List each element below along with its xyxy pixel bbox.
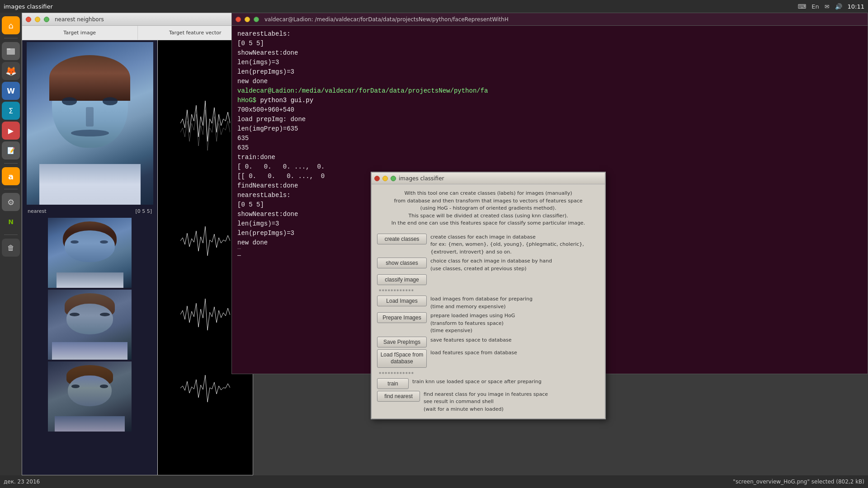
dialog-title: images classifier <box>399 175 444 182</box>
load-fspace-desc: load features space from database <box>430 349 599 357</box>
show-classes-desc: choice class for each image in database … <box>430 258 599 272</box>
dialog-titlebar: images classifier <box>372 173 605 184</box>
load-fspace-button[interactable]: Load fSpace fromdatabase <box>377 349 427 368</box>
launcher-calc-icon[interactable]: Σ <box>2 102 20 120</box>
feature-vector-small-3 <box>180 353 230 423</box>
train-row: train train knn use loaded space or spac… <box>377 378 599 389</box>
launcher-separator-2 <box>4 163 18 164</box>
load-fspace-row: Load fSpace fromdatabase load features s… <box>377 349 599 368</box>
classify-image-button[interactable]: classify image <box>377 274 427 285</box>
svg-rect-2 <box>180 42 230 202</box>
nearest-label-row: nearest [0 5 5] <box>24 206 156 216</box>
topbar: images classifier ⌨ En ✉ 🔊 10:11 <box>0 0 868 13</box>
nearest-face-2 <box>48 290 132 360</box>
launcher-firefox-icon[interactable]: 🦊 <box>2 62 20 80</box>
launcher-separator-4 <box>4 235 18 235</box>
launcher-amazon-icon[interactable]: a <box>2 167 20 185</box>
desktop: images classifier ⌨ En ✉ 🔊 10:11 ⌂ 🦊 W Σ… <box>0 0 868 488</box>
statusbar: дек. 23 2016 "screen_overview_HoG.png" s… <box>0 475 868 488</box>
statusbar-date: дек. 23 2016 <box>4 479 40 485</box>
load-images-row: Load Images load images from database fo… <box>377 296 599 310</box>
train-desc: train knn use loaded space or space afte… <box>412 378 599 386</box>
load-images-button[interactable]: Load Images <box>377 296 427 306</box>
dialog-description: With this tool one can create classes (l… <box>377 188 599 229</box>
train-button[interactable]: train <box>377 378 409 389</box>
launcher-texteditor-icon[interactable]: 📝 <box>2 141 20 160</box>
launcher-writer-icon[interactable]: W <box>2 82 20 100</box>
separator-2: ************ <box>377 370 599 378</box>
classifier-dialog: images classifier With this tool one can… <box>371 172 606 419</box>
launcher-files-icon[interactable] <box>2 42 20 60</box>
feature-vector-small-1 <box>180 206 230 276</box>
show-classes-button[interactable]: show classes <box>377 258 427 268</box>
prepare-images-row: Prepare Images prepare loaded images usi… <box>377 312 599 335</box>
dialog-maximize-button[interactable] <box>391 176 396 181</box>
dialog-close-button[interactable] <box>374 176 380 181</box>
close-button[interactable] <box>26 17 31 22</box>
classify-image-row: classify image <box>377 274 599 285</box>
nearest-face-1 <box>48 218 132 288</box>
prepare-images-button[interactable]: Prepare Images <box>377 312 427 323</box>
find-nearest-desc: find nearest class for you image in feat… <box>424 391 599 413</box>
terminal-title: valdecar@Ladion: /media/valdecar/forData… <box>264 16 509 23</box>
minimize-button[interactable] <box>35 17 40 22</box>
create-classes-button[interactable]: create classes <box>377 234 427 244</box>
terminal-titlebar: valdecar@Ladion: /media/valdecar/forData… <box>232 13 868 26</box>
launcher-settings-icon[interactable]: ⚙ <box>2 193 20 211</box>
create-classes-row: create classes create classes for each i… <box>377 234 599 256</box>
launcher: ⌂ 🦊 W Σ ▶ 📝 a ⚙ N 🗑 <box>0 13 22 488</box>
language-icon[interactable]: En <box>811 3 819 10</box>
show-classes-row: show classes choice class for each image… <box>377 258 599 272</box>
launcher-impress-icon[interactable]: ▶ <box>2 122 20 140</box>
clock: 10:11 <box>848 3 864 10</box>
nn-column-headers: Target image Target feature vector <box>22 26 253 40</box>
prepare-images-desc: prepare loaded images using HoG(transfor… <box>430 312 599 335</box>
load-images-desc: load images from database for preparing(… <box>430 296 599 310</box>
nn-window-titlebar: nearest neighbors <box>22 13 253 26</box>
save-prepimgs-desc: save features space to database <box>430 337 599 344</box>
sound-icon[interactable]: 🔊 <box>835 3 842 10</box>
dialog-minimize-button[interactable] <box>382 176 388 181</box>
label-value: [0 5 5] <box>133 207 154 215</box>
launcher-separator <box>4 38 18 38</box>
nn-content: Target image Target feature vector <box>22 26 253 475</box>
target-image-column: nearest [0 5 5] <box>22 40 158 475</box>
nearest-face-3 <box>48 361 132 432</box>
nearest-neighbors-window: nearest neighbors Target image Target fe… <box>22 13 253 475</box>
feature-vector-large <box>180 42 230 202</box>
target-face-image <box>27 42 153 205</box>
save-prepimgs-row: Save PrepImgs save features space to dat… <box>377 337 599 347</box>
save-prepimgs-button[interactable]: Save PrepImgs <box>377 337 427 347</box>
maximize-button[interactable] <box>44 17 49 22</box>
feature-vector-small-2 <box>180 280 230 350</box>
create-classes-desc: create classes for each image in databas… <box>430 234 599 256</box>
dialog-body: With this tool one can create classes (l… <box>372 184 605 418</box>
terminal-maximize-button[interactable] <box>254 17 259 22</box>
topbar-title: images classifier <box>4 3 53 10</box>
launcher-nvidia-icon[interactable]: N <box>2 213 20 231</box>
find-nearest-row: find nearest find nearest class for you … <box>377 391 599 413</box>
topbar-left: images classifier <box>4 3 53 10</box>
launcher-trash-icon[interactable]: 🗑 <box>2 239 20 257</box>
mail-icon[interactable]: ✉ <box>825 3 830 10</box>
svg-rect-1 <box>7 48 10 50</box>
terminal-minimize-button[interactable] <box>245 17 250 22</box>
nn-body: nearest [0 5 5] <box>22 40 253 475</box>
terminal-close-button[interactable] <box>236 17 241 22</box>
launcher-separator-3 <box>4 189 18 189</box>
find-nearest-button[interactable]: find nearest <box>377 391 420 402</box>
keyboard-icon[interactable]: ⌨ <box>797 3 806 10</box>
launcher-home-icon[interactable]: ⌂ <box>2 16 20 34</box>
nn-window-title: nearest neighbors <box>55 16 104 23</box>
separator-1: ************ <box>377 287 599 296</box>
statusbar-right: "screen_overview_HoG.png" selected (802,… <box>733 479 864 485</box>
topbar-right: ⌨ En ✉ 🔊 10:11 <box>797 3 864 10</box>
statusbar-file-info: "screen_overview_HoG.png" selected (802,… <box>733 479 864 485</box>
target-image-header: Target image <box>22 26 138 40</box>
nearest-text: nearest <box>26 207 48 215</box>
